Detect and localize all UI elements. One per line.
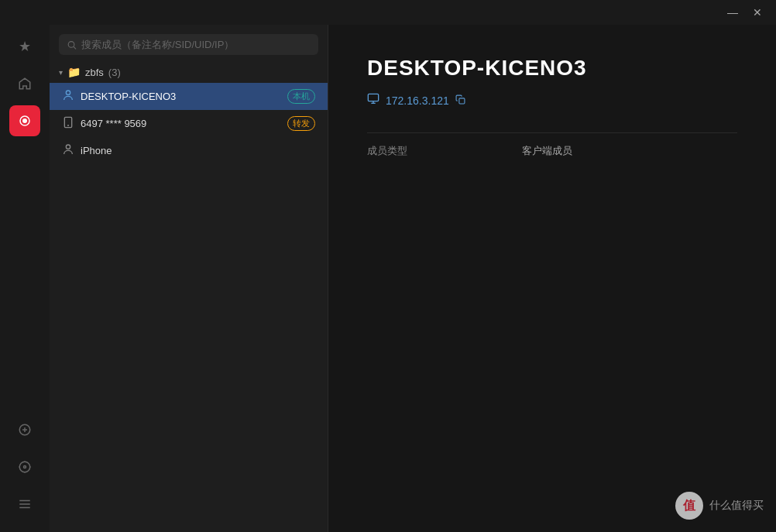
nav-star[interactable]: ★ <box>9 31 40 62</box>
svg-point-15 <box>66 145 70 149</box>
search-icon <box>67 39 77 50</box>
detail-ip-row: 172.16.3.121 <box>367 93 737 108</box>
member-type-label: 成员类型 <box>367 144 522 158</box>
svg-point-5 <box>19 462 30 472</box>
svg-rect-16 <box>368 94 378 101</box>
search-input-wrap[interactable] <box>59 34 318 55</box>
svg-point-12 <box>66 91 70 94</box>
member-type-value: 客户端成员 <box>522 144 572 158</box>
svg-point-6 <box>24 466 26 469</box>
member-name-phone: 6497 **** 9569 <box>81 118 281 129</box>
member-name-iphone: iPhone <box>81 145 315 156</box>
member-badge-relay: 转发 <box>287 116 315 131</box>
svg-point-10 <box>68 41 74 47</box>
search-bar <box>50 25 328 61</box>
search-input[interactable] <box>81 39 311 50</box>
member-name-desktop: DESKTOP-KICENO3 <box>81 91 281 102</box>
user-icon-iphone <box>62 143 74 158</box>
svg-point-1 <box>22 118 27 123</box>
nav-home[interactable] <box>9 68 40 99</box>
svg-line-11 <box>74 46 76 49</box>
member-item-desktop[interactable]: DESKTOP-KICENO3 本机 <box>50 83 328 110</box>
user-icon <box>62 89 74 104</box>
group-count: (3) <box>108 67 121 78</box>
member-item-phone[interactable]: 6497 **** 9569 转发 <box>50 110 328 137</box>
chevron-down-icon: ▾ <box>59 68 63 77</box>
close-button[interactable]: ✕ <box>745 0 770 25</box>
sidebar-nav: ★ <box>0 25 50 532</box>
detail-member-type-row: 成员类型 客户端成员 <box>367 132 737 169</box>
detail-title: DESKTOP-KICENO3 <box>367 56 737 81</box>
nav-radio[interactable] <box>9 105 40 136</box>
member-badge-local: 本机 <box>287 89 315 104</box>
nav-menu[interactable] <box>9 489 40 520</box>
detail-ip: 172.16.3.121 <box>386 94 449 107</box>
detail-panel: DESKTOP-KICENO3 172.16.3.121 成员类型 客户端成员 <box>328 25 776 532</box>
group-name: zbfs <box>85 67 104 78</box>
network-icon <box>367 93 379 108</box>
copy-icon[interactable] <box>455 94 465 107</box>
phone-icon <box>62 116 74 131</box>
nav-compass[interactable] <box>9 451 40 482</box>
minimize-button[interactable]: — <box>720 0 745 25</box>
folder-icon: 📁 <box>67 66 81 78</box>
watermark-text: 什么值得买 <box>709 499 764 513</box>
main-layout: ★ <box>0 25 776 532</box>
group-header[interactable]: ▾ 📁 zbfs (3) <box>50 61 328 83</box>
member-list: DESKTOP-KICENO3 本机 6497 **** 9569 转发 <box>50 83 328 532</box>
svg-rect-19 <box>459 98 465 103</box>
watermark-circle: 值 <box>675 492 703 520</box>
title-bar: — ✕ <box>0 0 776 25</box>
member-panel: ▾ 📁 zbfs (3) DESKTOP-KICENO3 本机 <box>50 25 328 532</box>
member-item-iphone[interactable]: iPhone <box>50 137 328 164</box>
watermark: 值 什么值得买 <box>675 492 764 520</box>
nav-plus[interactable] <box>9 414 40 445</box>
